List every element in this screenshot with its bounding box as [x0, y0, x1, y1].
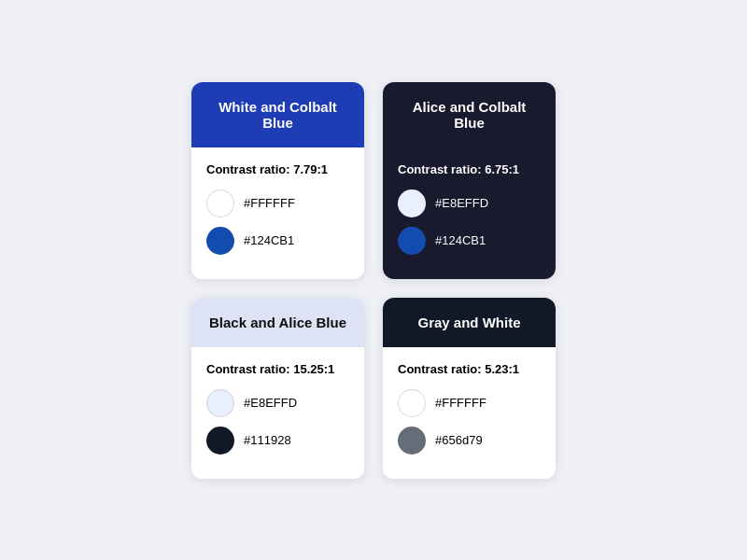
color-hex-label: #656d79: [435, 433, 483, 447]
contrast-ratio-label: Contrast ratio: 15.25:1: [206, 362, 349, 376]
color-swatch: [206, 189, 234, 217]
color-swatch: [398, 227, 426, 255]
color-row-1: #FFFFFF: [398, 389, 541, 417]
card-body: Contrast ratio: 15.25:1#E8EFFD#111928: [191, 347, 364, 479]
color-row-2: #124CB1: [398, 227, 541, 255]
color-row-1: #FFFFFF: [206, 189, 349, 217]
color-swatch: [206, 427, 234, 455]
contrast-ratio-label: Contrast ratio: 6.75:1: [398, 162, 541, 176]
color-row-2: #124CB1: [206, 227, 349, 255]
color-row-1: #E8EFFD: [206, 389, 349, 417]
card-title: Gray and White: [383, 298, 556, 347]
color-hex-label: #124CB1: [435, 233, 486, 247]
color-hex-label: #FFFFFF: [244, 196, 295, 210]
color-row-2: #656d79: [398, 427, 541, 455]
color-hex-label: #124CB1: [244, 233, 294, 247]
card-body: Contrast ratio: 5.23:1#FFFFFF#656d79: [383, 347, 556, 479]
contrast-ratio-label: Contrast ratio: 7.79:1: [206, 162, 349, 176]
color-swatch: [398, 189, 426, 217]
color-swatch: [206, 227, 234, 255]
card-title: Alice and Colbalt Blue: [383, 82, 556, 147]
card-title: Black and Alice Blue: [191, 298, 364, 347]
color-swatch: [206, 389, 234, 417]
color-row-2: #111928: [206, 427, 349, 455]
color-card-3: Black and Alice BlueContrast ratio: 15.2…: [191, 298, 364, 479]
color-card-2: Alice and Colbalt BlueContrast ratio: 6.…: [383, 82, 556, 279]
color-hex-label: #FFFFFF: [435, 396, 486, 410]
color-hex-label: #111928: [244, 433, 291, 447]
color-swatch: [398, 427, 426, 455]
card-title: White and Colbalt Blue: [191, 82, 364, 147]
color-swatch: [398, 389, 426, 417]
card-body: Contrast ratio: 7.79:1#FFFFFF#124CB1: [191, 147, 364, 279]
color-card-4: Gray and WhiteContrast ratio: 5.23:1#FFF…: [383, 298, 556, 479]
color-hex-label: #E8EFFD: [435, 196, 488, 210]
cards-grid: White and Colbalt BlueContrast ratio: 7.…: [173, 63, 574, 497]
color-row-1: #E8EFFD: [398, 189, 541, 217]
contrast-ratio-label: Contrast ratio: 5.23:1: [398, 362, 541, 376]
color-hex-label: #E8EFFD: [244, 396, 297, 410]
color-card-1: White and Colbalt BlueContrast ratio: 7.…: [191, 82, 364, 279]
card-body: Contrast ratio: 6.75:1#E8EFFD#124CB1: [383, 147, 556, 279]
